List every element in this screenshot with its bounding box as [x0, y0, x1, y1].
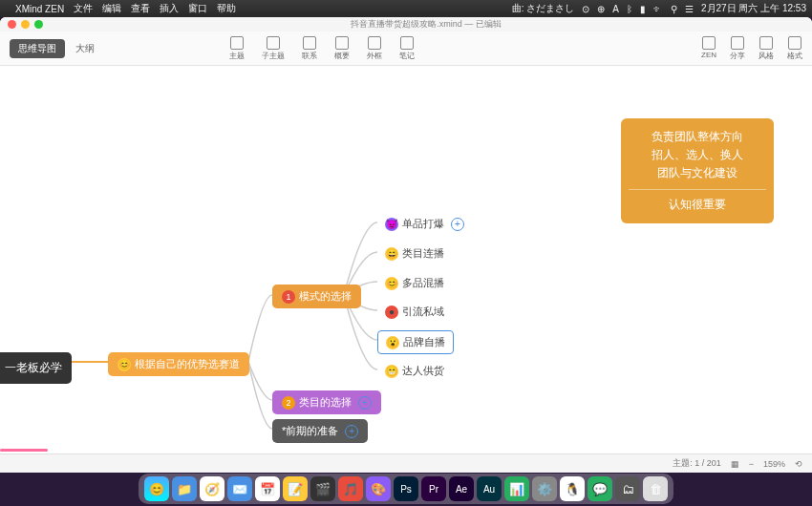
zoom-out[interactable]: −	[749, 459, 754, 469]
btn-share[interactable]: 分享	[730, 36, 745, 61]
dock-finder[interactable]: 😊	[144, 476, 169, 501]
map-icon[interactable]: ▦	[731, 459, 739, 469]
node-level1[interactable]: 😊根据自己的优势选赛道	[108, 352, 249, 376]
node-mode[interactable]: 1模式的选择	[272, 285, 361, 308]
bluetooth-icon[interactable]: ᛒ	[627, 4, 632, 14]
mindmap-canvas[interactable]: 负责团队整体方向 招人、选人、换人 团队与文化建设 认知很重要 一老板必学 😊根…	[0, 66, 812, 473]
btn-summary[interactable]: 概要	[334, 36, 350, 61]
btn-zen[interactable]: ZEN	[701, 36, 716, 61]
dock-settings[interactable]: ⚙️	[532, 476, 557, 501]
dock-calendar[interactable]: 📅	[255, 476, 280, 501]
statusbar: 主题: 1 / 201 ▦ − 159% ⟲	[0, 453, 812, 473]
search-icon[interactable]: ⚲	[671, 4, 677, 14]
topic-count: 主题: 1 / 201	[673, 457, 721, 470]
floating-note[interactable]: 负责团队整体方向 招人、选人、换人 团队与文化建设 认知很重要	[621, 118, 774, 223]
menu-view[interactable]: 查看	[131, 2, 150, 15]
node-leaf[interactable]: 😄类目连播	[377, 242, 452, 264]
dock-notes[interactable]: 📝	[283, 476, 308, 501]
status-icon[interactable]: ⊕	[597, 4, 605, 14]
node-leaf[interactable]: ●引流私域	[377, 301, 452, 323]
dock-photoshop[interactable]: Ps	[394, 476, 418, 501]
expand-icon[interactable]: +	[451, 218, 464, 231]
btn-subtopic[interactable]: 子主题	[262, 36, 285, 61]
btn-relationship[interactable]: 联系	[302, 36, 317, 61]
dock-trash[interactable]: 🗑	[643, 476, 668, 501]
app-name[interactable]: XMind ZEN	[15, 4, 64, 14]
btn-note[interactable]: 笔记	[399, 36, 415, 61]
maximize-icon[interactable]	[34, 20, 43, 29]
zoom-level[interactable]: 159%	[763, 459, 785, 469]
tab-outline[interactable]: 大纲	[67, 39, 103, 58]
dock-app[interactable]: 🗂	[615, 476, 640, 501]
node-leaf[interactable]: 😈单品打爆+	[377, 213, 472, 235]
decoration	[0, 449, 48, 452]
node-root[interactable]: 一老板必学	[0, 352, 72, 384]
dock-qq[interactable]: 🐧	[560, 476, 585, 501]
expand-icon[interactable]: +	[358, 396, 372, 410]
dock-wechat[interactable]: 💬	[588, 476, 612, 501]
btn-theme[interactable]: 主题	[229, 36, 245, 61]
close-icon[interactable]	[8, 20, 16, 29]
zoom-reset[interactable]: ⟲	[795, 459, 802, 469]
dock-safari[interactable]: 🧭	[200, 476, 224, 501]
node-leaf-selected[interactable]: 😮品牌自播	[377, 330, 454, 354]
battery-icon[interactable]: ▮	[640, 4, 646, 14]
status-icon[interactable]: ⊙	[582, 4, 589, 14]
menu-insert[interactable]: 插入	[160, 2, 179, 15]
menu-window[interactable]: 窗口	[188, 2, 207, 15]
dock-app[interactable]: 🎨	[366, 476, 391, 501]
dock-app[interactable]: 📊	[504, 476, 529, 501]
minimize-icon[interactable]	[21, 20, 30, 29]
node-category[interactable]: 2类目的选择+	[272, 390, 381, 414]
btn-boundary[interactable]: 外框	[367, 36, 382, 61]
titlebar: 抖音直播带货超级攻略.xmind — 已编辑	[0, 17, 812, 32]
wifi-icon[interactable]: ᯤ	[653, 4, 663, 14]
btn-style[interactable]: 风格	[759, 36, 774, 61]
toolbar: 思维导图 大纲 主题 子主题 联系 概要 外框 笔记 ZEN 分享 风格 格式	[0, 32, 812, 66]
btn-format[interactable]: 格式	[787, 36, 802, 61]
dock-app[interactable]: 📁	[172, 476, 197, 501]
node-leaf[interactable]: 😁达人供货	[377, 360, 452, 382]
app-window: 抖音直播带货超级攻略.xmind — 已编辑 思维导图 大纲 主题 子主题 联系…	[0, 17, 812, 473]
node-prep[interactable]: *前期的准备+	[272, 419, 368, 443]
dock-audition[interactable]: Au	[477, 476, 502, 501]
dock-fcp[interactable]: 🎬	[310, 476, 335, 501]
dock-aftereffects[interactable]: Ae	[449, 476, 474, 501]
menu-help[interactable]: 帮助	[217, 2, 236, 15]
dock-premiere[interactable]: Pr	[421, 476, 446, 501]
input-icon[interactable]: A	[612, 4, 619, 14]
mac-menubar: XMind ZEN 文件 编辑 查看 插入 窗口 帮助 曲: さだまさし ⊙ ⊕…	[0, 0, 812, 17]
menu-edit[interactable]: 编辑	[102, 2, 121, 15]
menu-file[interactable]: 文件	[74, 2, 93, 15]
datetime[interactable]: 2月27日 周六 上午 12:53	[701, 2, 806, 15]
now-playing[interactable]: 曲: さだまさし	[512, 2, 575, 15]
window-title: 抖音直播带货超级攻略.xmind — 已编辑	[48, 18, 804, 31]
dock: 😊 📁 🧭 ✉️ 📅 📝 🎬 🎵 🎨 Ps Pr Ae Au 📊 ⚙️ 🐧 💬 …	[139, 474, 673, 504]
dock-music[interactable]: 🎵	[338, 476, 363, 501]
node-leaf[interactable]: 😊多品混播	[377, 272, 452, 294]
expand-icon[interactable]: +	[345, 425, 358, 438]
dock-mail[interactable]: ✉️	[227, 476, 252, 501]
tab-mindmap[interactable]: 思维导图	[10, 39, 65, 58]
control-center-icon[interactable]: ☰	[685, 4, 694, 14]
